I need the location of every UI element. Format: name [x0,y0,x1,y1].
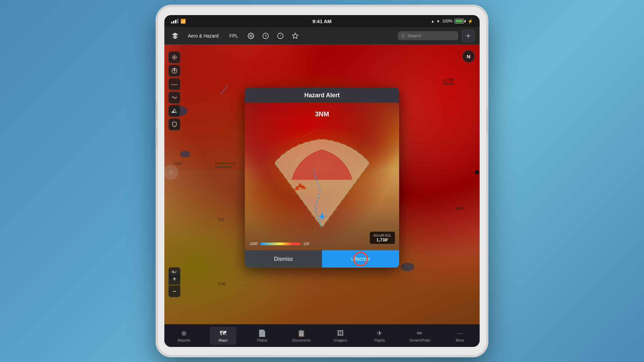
minus-button[interactable]: — [168,78,180,90]
shield-button[interactable] [168,118,180,130]
refresh-button[interactable] [260,31,271,41]
map-label-y740: Y740 [218,282,226,286]
svg-point-9 [174,57,175,58]
status-bar: 📶 9:41 AM ▲ ✦ 100% ⚡ [164,15,480,27]
fpl-label[interactable]: FPL [226,31,241,41]
airspace-label: E.2500AGL-FLGC.FLT30-FLG [215,162,235,169]
lake-5 [401,263,414,271]
plates-icon: 📄 [258,329,266,337]
signal-bars [171,19,178,23]
search-input[interactable] [407,33,455,38]
left-avatar: ⊕ [164,165,178,180]
search-container[interactable] [398,31,458,40]
status-left: 📶 [171,19,186,24]
plates-label: Plates [257,338,267,342]
tab-maps[interactable]: 🗺 Maps [210,327,236,345]
tab-flights[interactable]: ✈ Flights [366,326,393,345]
alt-low-label: -1000' [249,242,258,246]
tab-airports[interactable]: ⊕ Airports [170,326,197,345]
flights-icon: ✈ [377,329,382,337]
gps-center-button[interactable] [168,51,180,63]
altitude-bar-container: -1000' -100' [249,242,310,246]
lake-2 [180,151,190,158]
aircraft-agl-label: Aircraft AGL 1,738' [370,232,395,244]
zoom-in-button[interactable]: + [168,273,180,285]
tab-plates[interactable]: 📄 Plates [249,326,276,345]
nm-label: 3NM [315,110,329,118]
imagery-label: Imagery [334,338,347,342]
tab-more[interactable]: ⋯ More [447,326,474,345]
volume-down-button[interactable] [156,127,158,147]
svg-point-10 [172,55,176,59]
maps-icon: 🗺 [220,329,226,337]
alt-high-label: -100' [303,242,310,246]
hazard-alert-modal: Hazard Alert [245,88,399,268]
compass-button[interactable] [168,65,180,77]
charging-icon: ⚡ [468,19,473,24]
screen: 📶 9:41 AM ▲ ✦ 100% ⚡ [164,15,480,347]
hazard-fan-overlay: 3NM [245,103,399,250]
signal-bar-1 [171,22,172,23]
more-label: More [456,338,464,342]
status-right: ▲ ✦ 100% ⚡ [431,19,473,24]
tab-scratchpads[interactable]: ✏ ScratchPads [406,326,434,345]
map-mode-label[interactable]: Aero & Hazard [184,31,222,41]
power-button[interactable] [486,107,488,134]
toolbar: Aero & Hazard FPL [164,27,480,45]
altitude-bar [260,242,301,245]
svg-point-5 [402,34,405,37]
tab-documents[interactable]: 📋 Documents [288,326,315,345]
layers-button[interactable] [170,31,180,41]
svg-marker-16 [174,68,175,71]
fullscreen-button[interactable]: ullscree [322,250,399,268]
n871-label: N871 [456,207,464,210]
hazard-footer: Dismiss ullscree [245,250,399,268]
svg-line-8 [218,85,228,95]
zoom-out-button[interactable]: − [168,285,180,297]
map-label-t23: T23 [218,218,224,222]
svg-point-6 [468,35,469,37]
svg-point-19 [172,271,174,273]
signal-bar-3 [175,20,176,23]
bluetooth-icon: ✦ [436,19,440,24]
more-icon: ⋯ [457,329,464,337]
red-circle-indicator [353,252,368,266]
zoom-controls: + − [168,273,180,297]
bookmark-button[interactable] [290,31,301,41]
battery-percent: 100% [442,19,452,23]
signal-bar-4 [177,19,178,23]
battery [454,19,466,23]
dismiss-button[interactable]: Dismiss [245,250,322,268]
hazard-title: Hazard Alert [304,92,339,99]
map-area[interactable]: 143 T103 T23 Y740 ▲ 1608 OSDER N871 E.25… [164,45,480,324]
osder-label: ▲ 1608 OSDER [442,78,454,85]
documents-icon: 📋 [297,329,306,337]
aircraft-agl-value: 1,738' [373,237,391,242]
info-button[interactable] [275,31,286,41]
battery-body [454,19,464,23]
battery-fill [455,20,463,22]
maps-label: Maps [219,338,228,342]
scratchpads-icon: ✏ [417,329,423,337]
location-icon: ▲ [431,19,434,23]
ipad-frame: 📶 9:41 AM ▲ ✦ 100% ⚡ [158,7,486,355]
imagery-icon: 🖼 [337,329,344,337]
airports-label: Airports [177,338,190,342]
airports-icon: ⊕ [181,329,187,337]
volume-up-button[interactable] [156,101,158,121]
aircraft-agl-title: Aircraft AGL [373,234,391,237]
tab-bar: ⊕ Airports 🗺 Maps 📄 Plates 📋 Documents 🖼… [164,324,480,347]
settings-button[interactable] [246,31,256,41]
wave-button[interactable] [168,92,180,104]
hazard-map: 3NM Aircraft AGL 1,738' -1000' -100' [245,103,399,250]
signal-bar-2 [173,21,174,23]
north-indicator: N [462,50,475,63]
tab-imagery[interactable]: 🖼 Imagery [327,327,354,345]
location-button[interactable] [462,30,474,42]
north-label: N [467,54,471,59]
svg-rect-27 [321,218,323,220]
mountain-button[interactable] [168,105,180,117]
status-time: 9:41 AM [313,18,332,24]
svg-point-0 [250,35,252,37]
flights-label: Flights [374,338,385,342]
